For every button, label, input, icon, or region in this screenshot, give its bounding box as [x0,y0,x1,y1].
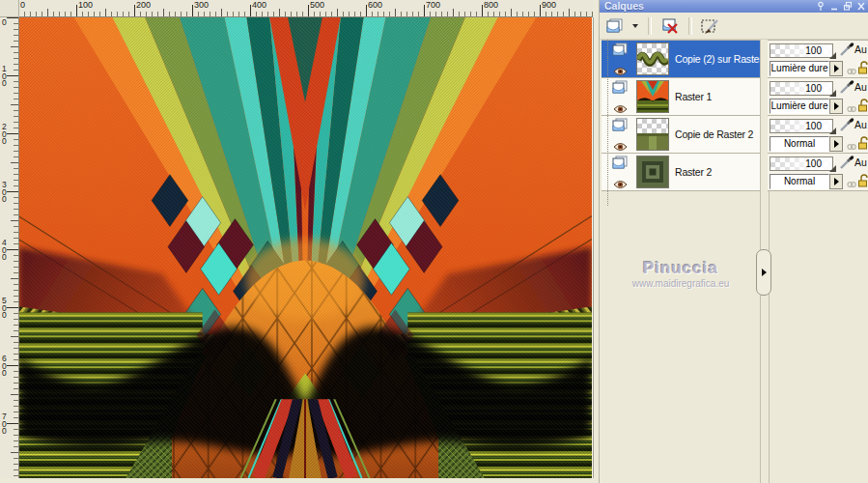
opacity-slider[interactable]: 100 [770,119,833,133]
new-layer-button[interactable] [603,15,627,37]
brush-icon[interactable] [839,43,854,61]
opacity-slider[interactable]: 100 [770,81,833,96]
close-icon[interactable] [856,1,866,12]
ruler-left[interactable]: 01 0 02 0 03 0 04 0 05 0 06 0 07 0 0 [0,17,19,478]
opacity-slider-grip[interactable] [829,90,836,97]
blend-mode-value: Lumière dure [771,63,828,73]
layer-thumbnail[interactable] [636,80,669,113]
opacity-value: 100 [805,44,822,57]
layer-list: Copie (2) sur Raster 2 Raster 1 [602,40,760,191]
right-arrow-icon [762,269,767,276]
opacity-value: 100 [805,157,822,170]
brush-icon[interactable] [839,80,854,99]
layer-controls-row: 100 Au Lumière dure [768,78,868,116]
link-icon[interactable] [847,176,856,193]
blend-mode-dropdown[interactable]: Lumière dure [770,61,829,76]
layer-row-raster-1[interactable]: Raster 1 [602,78,760,116]
opacity-slider[interactable]: 100 [770,43,833,58]
blend-mode-dropdown[interactable]: Normal [770,136,829,152]
raster-layer-icon [612,118,630,137]
canvas-area[interactable] [18,17,592,478]
opacity-value: 100 [805,120,822,132]
delete-layer-button[interactable] [658,15,682,37]
blend-dropdown-arrow[interactable] [829,61,843,76]
opacity-slider-grip[interactable] [829,52,836,59]
palette-title: Calques [604,0,644,12]
ruler-top-label: 600 [368,0,382,10]
toolbar-separator [648,17,652,35]
layer-name: Copie de Raster 2 [675,116,760,154]
blend-mode-value: Lumière dure [771,100,828,111]
canvas-artwork[interactable] [18,17,592,478]
blend-dropdown-arrow[interactable] [829,174,843,189]
ruler-top-label: 100 [78,0,93,10]
new-layer-dropdown-arrow[interactable] [630,15,641,37]
auto-label: Au [854,119,867,130]
ruler-top-label: 500 [310,0,324,10]
ruler-top-label: 0 [20,0,25,10]
opacity-slider[interactable]: 100 [770,156,833,171]
ruler-top-label: 300 [194,0,209,10]
blend-mode-value: Normal [784,138,815,149]
palette-titlebar[interactable]: Calques [600,0,868,13]
opacity-sheen [770,120,832,132]
opacity-value: 100 [805,82,822,95]
ruler-top-label: 700 [426,0,440,10]
layer-name: Raster 2 [675,154,760,191]
blend-mode-dropdown[interactable]: Lumière dure [770,99,829,114]
raster-layer-icon [612,80,630,99]
ruler-top-label: 900 [542,0,556,10]
ruler-left-label: 4 0 0 [2,240,7,262]
palette-toolbar [600,13,868,40]
lock-icon[interactable] [857,99,868,116]
ruler-left-label: 5 0 0 [2,298,7,320]
pin-icon[interactable] [816,1,826,12]
minimize-icon[interactable] [829,1,839,12]
ruler-left-label: 6 0 0 [2,355,7,378]
brush-icon[interactable] [839,156,854,174]
lock-icon[interactable] [857,174,868,191]
opacity-slider-grip[interactable] [829,165,836,172]
toolbar-separator [688,17,692,35]
layer-thumbnail[interactable] [636,43,669,75]
ruler-left-label: 2 0 0 [2,124,7,146]
ruler-top-label: 200 [136,0,151,10]
auto-label: Au [854,156,867,168]
lock-icon[interactable] [857,136,868,154]
restore-icon[interactable] [843,1,853,12]
brush-icon[interactable] [839,118,854,136]
ruler-left-label: 0 [2,19,7,27]
ruler-left-label: 3 0 0 [2,182,7,204]
watermark-url: www.maidiregrafica.eu [602,278,760,289]
auto-label: Au [854,43,867,55]
blend-dropdown-arrow[interactable] [829,99,843,114]
layer-row-raster-2[interactable]: Raster 2 [602,154,760,191]
app-window: 0100200300400500600700800900 01 0 02 0 0… [0,0,868,483]
layer-thumbnail[interactable] [636,118,669,151]
layer-controls-row: 100 Au Lumière dure [768,41,868,78]
opacity-sheen [770,82,832,95]
ruler-left-label: 1 0 0 [2,66,7,88]
blend-mode-dropdown[interactable]: Normal [770,174,829,189]
layer-row-copie-de-raster-2[interactable]: Copie de Raster 2 [602,116,760,154]
lock-icon[interactable] [857,61,868,78]
ruler-corner [0,0,19,17]
opacity-slider-grip[interactable] [829,128,836,134]
edit-selection-button[interactable] [699,15,722,37]
blend-dropdown-arrow[interactable] [829,136,843,152]
layers-palette: Calques [599,0,868,483]
layer-controls-row: 100 Au Normal [768,154,868,191]
raster-layer-icon [612,156,630,175]
blend-mode-value: Normal [784,176,815,186]
layer-name: Raster 1 [675,78,760,116]
layer-row-copie-2-sur-raster-2[interactable]: Copie (2) sur Raster 2 [602,41,760,78]
watermark-title: Pinuccia [602,259,760,278]
panel-collapse-handle[interactable] [756,249,771,296]
layer-thumbnail[interactable] [636,156,669,188]
raster-layer-icon [612,43,630,62]
visibility-eye-icon[interactable] [613,176,628,193]
rows-gutter [607,40,608,206]
layer-controls-row: 100 Au Normal [768,116,868,154]
auto-label: Au [854,81,867,93]
ruler-top[interactable]: 0100200300400500600700800900 [0,0,593,17]
